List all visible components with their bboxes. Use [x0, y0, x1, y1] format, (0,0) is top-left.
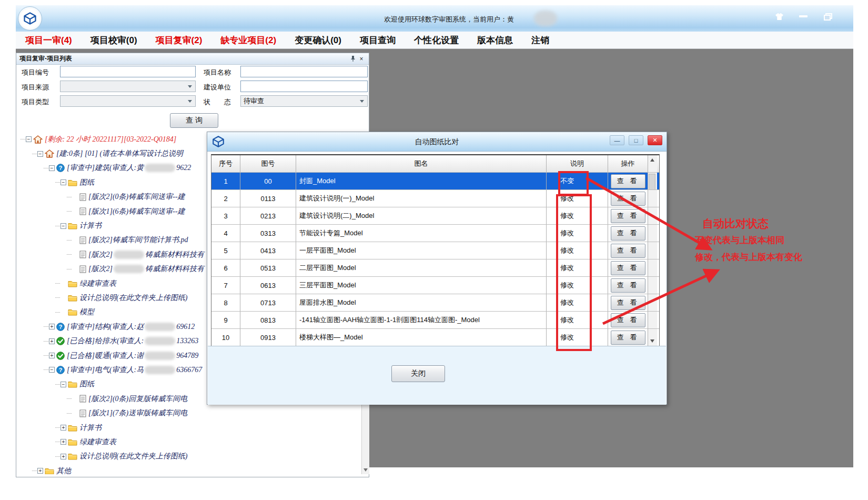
table-scrollbar[interactable]: [648, 277, 657, 294]
tree-item-label: 模型: [79, 307, 94, 317]
table-row[interactable]: 70613三层平面图_Model修改查 看: [211, 277, 659, 294]
action-cell: 查 看: [608, 312, 648, 328]
table-row[interactable]: 30213建筑设计说明(二)_Model修改查 看: [211, 207, 659, 225]
close-button[interactable]: 关闭: [391, 365, 445, 382]
view-button[interactable]: 查 看: [611, 174, 645, 188]
table-row[interactable]: 40313节能设计专篇_Model修改查 看: [211, 225, 659, 242]
tree-expander-icon[interactable]: −: [26, 136, 32, 142]
minimize-button[interactable]: [798, 12, 809, 21]
status-select[interactable]: 待审查: [240, 95, 368, 107]
dialog-maximize-button[interactable]: □: [629, 135, 643, 145]
table-scrollbar[interactable]: [648, 207, 657, 224]
table-row[interactable]: 50413一层平面图_Model修改查 看: [211, 242, 659, 259]
view-button[interactable]: 查 看: [611, 296, 645, 310]
tree-item[interactable]: +其他: [17, 464, 360, 474]
column-header[interactable]: 图名: [296, 155, 547, 172]
menu-item[interactable]: 版本信息: [477, 34, 513, 46]
table-scrollbar[interactable]: [648, 259, 657, 276]
column-header[interactable]: 序号: [211, 155, 240, 172]
tree-item[interactable]: +绿建审查表: [17, 435, 360, 449]
scroll-down-icon[interactable]: [650, 339, 654, 343]
view-button[interactable]: 查 看: [611, 261, 645, 275]
menu-item[interactable]: 个性化设置: [414, 34, 459, 46]
project-type-select[interactable]: [60, 95, 196, 107]
table-scrollbar[interactable]: [648, 225, 657, 242]
tree-expander-icon[interactable]: −: [60, 382, 66, 387]
view-button[interactable]: 查 看: [611, 192, 645, 206]
menu-item[interactable]: 缺专业项目(2): [220, 34, 276, 46]
view-button[interactable]: 查 看: [611, 209, 645, 223]
table-scrollbar[interactable]: [648, 173, 657, 189]
view-button[interactable]: 查 看: [611, 313, 645, 327]
table-row[interactable]: 100913楼梯大样图—_Model修改查 看: [211, 329, 659, 346]
view-button[interactable]: 查 看: [611, 278, 645, 293]
view-button[interactable]: 查 看: [611, 331, 645, 345]
view-button[interactable]: 查 看: [611, 244, 645, 258]
folder-icon: [45, 467, 54, 474]
tree-item[interactable]: +设计总说明(在此文件夹上传图纸): [17, 449, 360, 464]
table-row[interactable]: 90813-141轴立面图-AAH轴立面图-1-1剖面图114轴立面图-_Mod…: [211, 312, 659, 329]
app-titlebar: 欢迎使用环球数字审图系统，当前用户：黄: [16, 5, 853, 32]
column-header[interactable]: 图号: [240, 155, 296, 172]
view-button[interactable]: 查 看: [611, 226, 645, 241]
table-scrollbar[interactable]: [648, 312, 657, 328]
tree-connector: [44, 168, 48, 168]
redacted-text: [114, 251, 144, 259]
menu-item[interactable]: 变更确认(0): [295, 34, 341, 46]
tree-expander-icon[interactable]: +: [49, 353, 55, 358]
svg-text:?: ?: [59, 367, 63, 373]
action-cell: 查 看: [608, 173, 648, 189]
tree-expander-icon[interactable]: +: [49, 324, 55, 329]
compare-table: 序号图号图名说明操作100封面_Model不变查 看20113建筑设计说明(一)…: [211, 154, 660, 347]
dialog-title: 自动图纸比对: [207, 137, 667, 147]
build-unit-input[interactable]: [240, 81, 368, 92]
menu-item[interactable]: 项目复审(2): [156, 34, 203, 46]
tree-expander-icon[interactable]: −: [60, 223, 66, 229]
menu-item[interactable]: 项目一审(4): [25, 34, 72, 46]
column-header[interactable]: 操作: [608, 155, 648, 172]
scrollbar-thumb[interactable]: [649, 174, 655, 189]
tree-expander-icon[interactable]: +: [60, 439, 66, 445]
tree-expander-icon[interactable]: +: [60, 454, 66, 459]
panel-close-icon[interactable]: ×: [357, 55, 366, 63]
tree-item-label: 6366767: [176, 366, 202, 374]
dialog-minimize-button[interactable]: —: [610, 135, 624, 145]
scroll-down-icon[interactable]: [364, 468, 368, 472]
drawing-code-cell: 00: [240, 173, 296, 189]
tree-expander-icon[interactable]: −: [49, 165, 55, 171]
project-source-select[interactable]: [60, 81, 196, 92]
menu-item[interactable]: 项目校审(0): [90, 34, 137, 46]
project-name-input[interactable]: [240, 66, 368, 77]
table-scrollbar[interactable]: [648, 294, 657, 311]
menu-item[interactable]: 注销: [531, 34, 549, 46]
table-scrollbar[interactable]: [648, 242, 657, 259]
dialog-close-icon[interactable]: ✕: [648, 135, 662, 145]
tree-expander-icon[interactable]: +: [49, 338, 55, 344]
table-scrollbar[interactable]: [648, 190, 657, 207]
scroll-up-icon[interactable]: [650, 158, 654, 162]
search-button[interactable]: 查 询: [170, 113, 218, 128]
tree-item[interactable]: [版次1](7条)送审版铸威车间电: [17, 406, 360, 420]
table-row[interactable]: 80713屋面排水图_Model修改查 看: [211, 294, 659, 312]
question-status-icon: ?: [56, 164, 65, 172]
restore-button[interactable]: [822, 12, 833, 21]
pin-icon[interactable]: [349, 55, 357, 63]
table-row[interactable]: 100封面_Model不变查 看: [211, 173, 659, 190]
table-row[interactable]: 20113建筑设计说明(一)_Model修改查 看: [211, 190, 659, 207]
drawing-name-cell: 三层平面图_Model: [296, 277, 547, 294]
tree-item-label: 9622: [176, 164, 191, 172]
tree-expander-icon[interactable]: −: [49, 367, 55, 373]
theme-skin-icon[interactable]: [773, 12, 785, 21]
tree-expander-icon[interactable]: +: [37, 468, 43, 474]
tree-expander-icon[interactable]: −: [60, 179, 66, 185]
table-scrollbar[interactable]: [648, 329, 657, 346]
table-row[interactable]: 60513二层平面图_Model修改查 看: [211, 259, 659, 277]
tree-item-label: [剩余: 22 小时 20221117][03-2022-Q0184]: [45, 135, 176, 144]
project-no-input[interactable]: [60, 66, 196, 77]
menu-item[interactable]: 项目查询: [360, 34, 396, 46]
tree-expander-icon[interactable]: +: [60, 425, 66, 431]
tree-item[interactable]: +计算书: [17, 421, 360, 435]
column-header[interactable]: 说明: [547, 155, 608, 172]
tree-expander-icon[interactable]: −: [37, 151, 43, 157]
dialog-titlebar[interactable]: 自动图纸比对 — □ ✕: [207, 132, 667, 152]
